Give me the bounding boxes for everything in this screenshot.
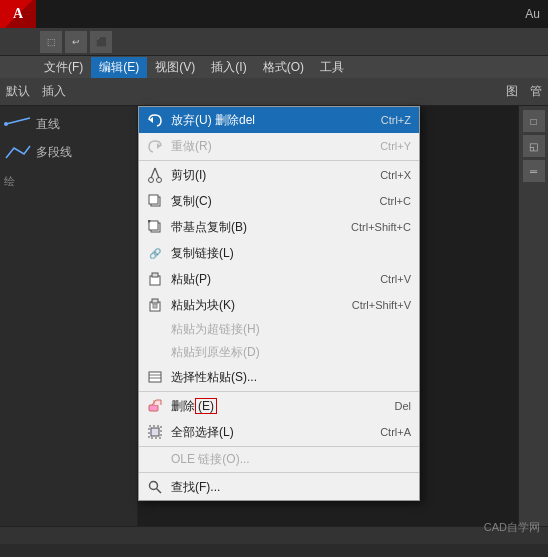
menu-item-paste[interactable]: 粘贴(P) Ctrl+V	[139, 266, 419, 292]
olelinks-label: OLE 链接(O)...	[171, 451, 411, 468]
right-icon-2[interactable]: ◱	[523, 135, 545, 157]
svg-rect-9	[149, 195, 158, 204]
right-panel: □ ◱ ═	[518, 106, 548, 526]
menu-item-erase[interactable]: 删除(E) Del	[139, 393, 419, 419]
menu-item-edit[interactable]: 编辑(E)	[91, 57, 147, 78]
copy-icon	[145, 191, 165, 211]
canvas-area: Drawing1* [俯视][二维线框 放弃(U) 删除del Ctrl+Z 重…	[138, 106, 518, 526]
svg-point-4	[149, 178, 154, 183]
undo-shortcut: Ctrl+Z	[381, 114, 411, 126]
erase-label: 删除(E)	[171, 398, 386, 415]
pastehyperlink-label: 粘贴为超链接(H)	[171, 321, 411, 338]
find-icon	[145, 477, 165, 497]
toolbar-icon-3[interactable]: ⬛	[90, 31, 112, 53]
right-icon-3[interactable]: ═	[523, 160, 545, 182]
menu-item-pastehyperlink[interactable]: 粘贴为超链接(H)	[139, 318, 419, 341]
erase-shortcut: Del	[394, 400, 411, 412]
redo-label: 重做(R)	[171, 138, 372, 155]
main-area: 直线 多段线 绘 Drawing1* [俯视][二维线框 放弃(U) 删除del…	[0, 106, 548, 526]
ribbon-bar: 默认 插入 图 管	[0, 78, 548, 106]
line-icon	[4, 114, 32, 134]
paste-icon	[145, 269, 165, 289]
left-panel: 直线 多段线 绘	[0, 106, 138, 526]
svg-point-25	[150, 482, 158, 490]
redo-icon	[145, 136, 165, 156]
toolbar-row: ⬚ ↩ ⬛	[0, 28, 548, 56]
menu-item-copy[interactable]: 复制(C) Ctrl+C	[139, 188, 419, 214]
polyline-icon	[4, 142, 32, 162]
menu-item-file[interactable]: 文件(F)	[36, 57, 91, 78]
menu-item-pastespecial[interactable]: 选择性粘贴(S)...	[139, 364, 419, 390]
app-title: Au	[525, 7, 540, 21]
copybase-icon	[145, 217, 165, 237]
pastespecial-icon	[145, 367, 165, 387]
ribbon-item-default[interactable]: 默认	[6, 83, 30, 100]
line-tool-label[interactable]: 直线	[36, 116, 60, 133]
menu-item-pastecoords[interactable]: 粘贴到原坐标(D)	[139, 341, 419, 364]
svg-line-26	[157, 489, 162, 494]
selectall-icon	[145, 422, 165, 442]
svg-point-5	[157, 178, 162, 183]
separator-1	[139, 160, 419, 161]
separator-4	[139, 472, 419, 473]
menu-item-cut[interactable]: 剪切(I) Ctrl+X	[139, 162, 419, 188]
copylink-icon: 🔗	[145, 243, 165, 263]
toolbar-icon-1[interactable]: ⬚	[40, 31, 62, 53]
erase-hotkey: (E)	[195, 398, 217, 414]
separator-3	[139, 446, 419, 447]
context-menu: 放弃(U) 删除del Ctrl+Z 重做(R) Ctrl+Y 剪切(I) Ct…	[138, 106, 420, 501]
redo-shortcut: Ctrl+Y	[380, 140, 411, 152]
right-icon-1[interactable]: □	[523, 110, 545, 132]
copybase-shortcut: Ctrl+Shift+C	[351, 221, 411, 233]
paste-shortcut: Ctrl+V	[380, 273, 411, 285]
menu-item-format[interactable]: 格式(O)	[255, 57, 312, 78]
svg-rect-11	[149, 221, 158, 230]
copy-label: 复制(C)	[171, 193, 372, 210]
undo-icon	[145, 110, 165, 130]
menu-item-tools[interactable]: 工具	[312, 57, 352, 78]
svg-line-6	[151, 168, 155, 178]
ribbon-item-insert[interactable]: 插入	[42, 83, 66, 100]
menu-item-copybase[interactable]: 带基点复制(B) Ctrl+Shift+C	[139, 214, 419, 240]
svg-rect-17	[153, 304, 157, 308]
ribbon-item-manage[interactable]: 图	[506, 83, 518, 100]
ribbon-item-pipe[interactable]: 管	[530, 83, 542, 100]
svg-rect-14	[152, 273, 158, 277]
pastecoords-label: 粘贴到原坐标(D)	[171, 344, 411, 361]
toolbar-icon-2[interactable]: ↩	[65, 31, 87, 53]
separator-2	[139, 391, 419, 392]
cut-icon	[145, 165, 165, 185]
menu-item-copylink[interactable]: 🔗 复制链接(L)	[139, 240, 419, 266]
svg-rect-16	[152, 299, 158, 303]
cut-label: 剪切(I)	[171, 167, 372, 184]
find-label: 查找(F)...	[171, 479, 411, 496]
autocad-logo: A	[0, 0, 36, 28]
erase-icon	[145, 396, 165, 416]
svg-rect-21	[149, 405, 158, 411]
cut-shortcut: Ctrl+X	[380, 169, 411, 181]
menu-item-olelinks[interactable]: OLE 链接(O)...	[139, 448, 419, 471]
copybase-label: 带基点复制(B)	[171, 219, 343, 236]
draw-section-label: 绘	[4, 174, 133, 189]
svg-rect-24	[151, 428, 159, 436]
copy-shortcut: Ctrl+C	[380, 195, 411, 207]
svg-rect-18	[149, 372, 161, 382]
menu-bar: 文件(F) 编辑(E) 视图(V) 插入(I) 格式(O) 工具	[0, 56, 548, 78]
undo-label: 放弃(U) 删除del	[171, 112, 373, 129]
menu-item-selectall[interactable]: 全部选择(L) Ctrl+A	[139, 419, 419, 445]
menu-item-insert[interactable]: 插入(I)	[203, 57, 254, 78]
menu-item-pasteblock[interactable]: 粘贴为块(K) Ctrl+Shift+V	[139, 292, 419, 318]
menu-item-undo[interactable]: 放弃(U) 删除del Ctrl+Z	[139, 107, 419, 133]
pastespecial-label: 选择性粘贴(S)...	[171, 369, 411, 386]
polyline-tool-label[interactable]: 多段线	[36, 144, 72, 161]
bottom-bar	[0, 526, 548, 544]
pasteblock-icon	[145, 295, 165, 315]
menu-item-find[interactable]: 查找(F)...	[139, 474, 419, 500]
pasteblock-shortcut: Ctrl+Shift+V	[352, 299, 411, 311]
pasteblock-label: 粘贴为块(K)	[171, 297, 344, 314]
svg-line-0	[6, 118, 30, 124]
paste-label: 粘贴(P)	[171, 271, 372, 288]
title-bar: A Au	[0, 0, 548, 28]
menu-item-redo[interactable]: 重做(R) Ctrl+Y	[139, 133, 419, 159]
menu-item-view[interactable]: 视图(V)	[147, 57, 203, 78]
